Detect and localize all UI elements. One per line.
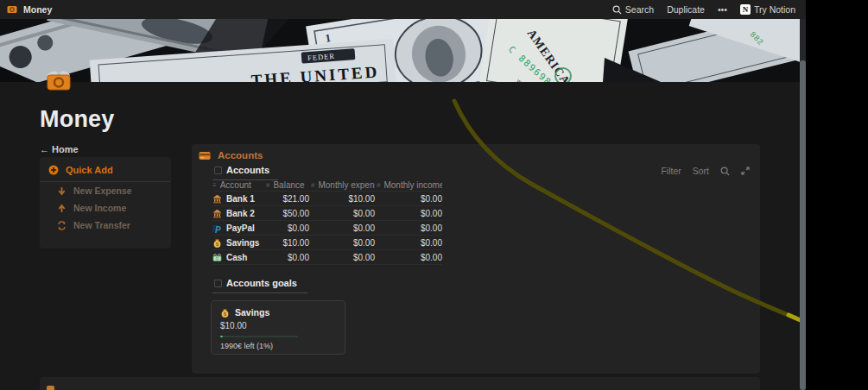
monthly-incomes-cell[interactable]: $0.00: [377, 253, 442, 262]
more-menu-button[interactable]: •••: [718, 4, 727, 15]
expand-icon: [741, 167, 750, 175]
next-section-icon: [47, 386, 54, 390]
accounts-table: ≡Account #Balance #Monthly expenses #Mon…: [212, 179, 442, 265]
goal-name: Savings: [235, 307, 269, 318]
goal-card-title: $ Savings: [220, 307, 336, 318]
number-property-icon: #: [311, 181, 314, 189]
credit-card-icon: [199, 151, 211, 160]
balance-cell[interactable]: $50.00: [266, 209, 309, 218]
account-cell-savings[interactable]: $ Savings: [212, 238, 264, 248]
text-property-icon: ≡: [212, 181, 217, 189]
search-icon: [612, 5, 622, 15]
home-back-link[interactable]: ← Home: [40, 144, 79, 154]
account-cell-bank-1[interactable]: Bank 1: [212, 194, 264, 204]
cash-icon: [212, 253, 222, 262]
quick-add-card: Quick Add New Expense New Income: [40, 157, 171, 248]
paypal-icon: P P: [212, 223, 222, 233]
table-header-row: ≡Account #Balance #Monthly expenses #Mon…: [212, 179, 442, 192]
cover-image[interactable]: ONE 1 FEDER THE UNITED C 88969823 AM: [0, 19, 806, 82]
topbar-actions: Search Duplicate ••• N Try Notion: [612, 4, 795, 15]
tab-accounts-goals-label: Accounts goals: [226, 278, 297, 288]
monthly-expenses-cell[interactable]: $0.00: [311, 223, 375, 233]
monthly-incomes-cell[interactable]: $0.00: [377, 238, 442, 248]
search-icon: [720, 167, 730, 176]
topbar-breadcrumb[interactable]: Money: [7, 4, 52, 15]
search-button[interactable]: Search: [612, 4, 654, 15]
database-toolbar: Filter Sort: [661, 166, 750, 180]
monthly-expenses-cell[interactable]: $0.00: [311, 253, 375, 262]
monthly-expenses-cell[interactable]: $0.00: [311, 209, 375, 218]
column-header-monthly-incomes[interactable]: #Monthly incomes: [377, 180, 442, 190]
try-notion-label: Try Notion: [754, 4, 795, 15]
plus-icon: [48, 165, 59, 175]
screen: Money Search Duplicate ••• N: [0, 0, 868, 390]
filter-button[interactable]: Filter: [661, 166, 681, 176]
goal-progress-bar: [220, 336, 298, 337]
quick-add-header: Quick Add: [40, 157, 171, 182]
balance-cell[interactable]: $0.00: [266, 253, 309, 262]
monthly-incomes-cell[interactable]: $0.00: [377, 223, 442, 233]
accounts-section-header: Accounts: [199, 150, 263, 160]
tab-accounts[interactable]: Accounts: [212, 165, 278, 180]
table-row: Bank 1 $21.00 $10.00 $0.00: [212, 192, 442, 206]
new-expense-label: New Expense: [73, 186, 132, 196]
duplicate-label: Duplicate: [667, 4, 705, 15]
money-page-icon-small: [7, 5, 17, 14]
transfer-icon: [57, 221, 67, 230]
account-cell-paypal[interactable]: P P PayPal: [212, 223, 264, 233]
account-cell-bank-2[interactable]: Bank 2: [212, 209, 264, 218]
page-icon[interactable]: [47, 71, 71, 91]
sort-button[interactable]: Sort: [693, 166, 709, 176]
notion-app-window: Money Search Duplicate ••• N: [0, 0, 806, 390]
expand-view-button[interactable]: [741, 167, 750, 175]
duplicate-button[interactable]: Duplicate: [667, 4, 705, 15]
up-arrow-icon: [57, 204, 67, 213]
new-income-label: New Income: [73, 203, 126, 213]
moneybag-icon: $: [212, 238, 222, 248]
topbar-page-title: Money: [23, 4, 52, 15]
next-section-callout: [40, 377, 760, 390]
column-header-monthly-expenses[interactable]: #Monthly expenses: [311, 180, 375, 190]
goal-remaining: 1990€ left (1%): [220, 342, 336, 350]
table-view-icon: [214, 167, 222, 174]
column-header-balance[interactable]: #Balance: [266, 180, 309, 190]
balance-cell[interactable]: $21.00: [266, 194, 309, 204]
quick-add-title: Quick Add: [66, 165, 113, 175]
monthly-incomes-cell[interactable]: $0.00: [377, 194, 442, 204]
goal-amount: $10.00: [220, 321, 336, 330]
accounts-callout: Accounts Accounts Filter Sort: [192, 144, 760, 374]
balance-cell[interactable]: $10.00: [266, 238, 309, 248]
money-with-wings-icon: [47, 71, 71, 91]
bank-icon: [212, 209, 222, 218]
more-icon: •••: [718, 4, 727, 15]
column-header-account[interactable]: ≡Account: [212, 180, 264, 190]
monthly-expenses-cell[interactable]: $10.00: [311, 194, 375, 204]
moneybag-icon: $: [220, 308, 230, 318]
monthly-incomes-cell[interactable]: $0.00: [377, 209, 442, 218]
tab-accounts-label: Accounts: [226, 165, 269, 175]
svg-text:P: P: [215, 224, 221, 233]
gallery-view-icon: [214, 280, 222, 287]
database-tabs-row: Accounts Filter Sort: [212, 165, 750, 180]
monthly-expenses-cell[interactable]: $0.00: [311, 238, 375, 248]
number-property-icon: #: [266, 181, 269, 189]
goal-card-savings[interactable]: $ Savings $10.00 1990€ left (1%): [211, 300, 345, 355]
bank-icon: [212, 194, 222, 204]
new-expense-link[interactable]: New Expense: [40, 182, 171, 199]
balance-cell[interactable]: $0.00: [266, 223, 309, 233]
tab-accounts-goals[interactable]: Accounts goals: [212, 278, 307, 293]
scrollbar-thumb[interactable]: [800, 60, 806, 390]
account-cell-cash[interactable]: Cash: [212, 253, 264, 262]
table-row: Bank 2 $50.00 $0.00 $0.00: [212, 206, 442, 221]
try-notion-button[interactable]: N Try Notion: [740, 4, 795, 15]
notion-logo-icon: N: [740, 4, 751, 15]
search-label: Search: [625, 4, 654, 15]
table-row: P P PayPal $0.00 $0.00 $0.00: [212, 221, 442, 236]
number-property-icon: #: [377, 181, 380, 189]
database-search-button[interactable]: [720, 167, 730, 176]
new-income-link[interactable]: New Income: [40, 199, 171, 217]
goal-progress-fill: [220, 336, 223, 337]
accounts-section-title: Accounts: [218, 150, 263, 160]
new-transfer-link[interactable]: New Transfer: [40, 217, 171, 234]
page-title: Money: [40, 106, 115, 133]
